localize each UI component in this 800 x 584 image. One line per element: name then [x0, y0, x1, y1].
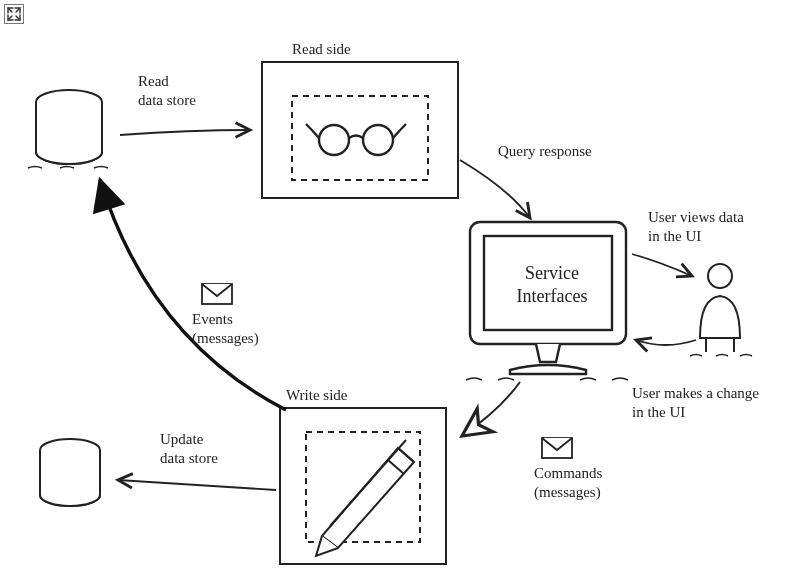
label-read-data-store: Read data store	[138, 72, 196, 110]
arrow-monitor-to-writeside	[462, 382, 520, 436]
label-write-side: Write side	[286, 386, 347, 405]
arrow-monitor-to-person	[632, 254, 692, 276]
envelope-commands-icon	[542, 438, 572, 458]
label-commands: Commands (messages)	[534, 464, 602, 502]
envelope-events-icon	[202, 284, 232, 304]
arrow-person-to-monitor	[636, 340, 696, 345]
arrow-writeside-to-updatestore	[118, 480, 276, 490]
person-icon	[690, 264, 752, 356]
label-read-side: Read side	[292, 40, 351, 59]
label-query-response: Query response	[498, 142, 592, 161]
cylinder-read-store	[28, 90, 108, 168]
arrow-events-curve	[100, 180, 286, 410]
cylinder-write-store	[40, 439, 100, 506]
read-side-box	[262, 62, 458, 198]
cqrs-diagram: Read data store Read side Query response…	[0, 0, 800, 584]
arrow-readside-to-monitor	[460, 160, 530, 218]
label-user-change: User makes a change in the UI	[632, 384, 759, 422]
label-events: Events (messages)	[192, 310, 259, 348]
arrow-readstore-to-readside	[120, 130, 250, 135]
label-user-views: User views data in the UI	[648, 208, 744, 246]
label-update-data-store: Update data store	[160, 430, 218, 468]
write-side-box	[280, 408, 446, 564]
svg-point-10	[708, 264, 732, 288]
label-service-interfaces: Service Interfaces	[512, 262, 592, 307]
